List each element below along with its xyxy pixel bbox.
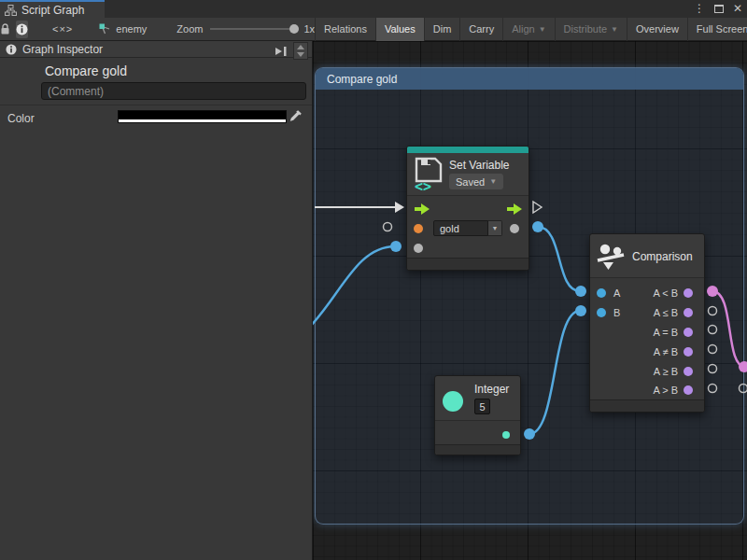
relations-toggle[interactable]: Relations: [315, 18, 375, 41]
distribute-dropdown[interactable]: Distribute ▼: [555, 18, 627, 41]
save-variable-icon: <>: [413, 157, 444, 192]
value-row: [407, 239, 529, 258]
variable-name-port[interactable]: [414, 224, 423, 233]
output-a-neq-b-port[interactable]: [684, 347, 693, 357]
full-screen-button[interactable]: Full Screen: [687, 18, 747, 41]
spin-up-icon[interactable]: [297, 45, 304, 49]
maximize-icon[interactable]: [714, 5, 724, 13]
tab-label: Script Graph: [21, 4, 84, 17]
input-a-port[interactable]: [597, 288, 606, 298]
zoom-value: 1x: [303, 23, 315, 35]
close-icon[interactable]: ✕: [733, 0, 742, 18]
group-header[interactable]: Compare gold: [316, 68, 743, 90]
port-row: A > B: [590, 381, 704, 400]
ports-area: [435, 420, 520, 446]
svg-text:<>: <>: [415, 178, 431, 192]
comment-input[interactable]: [41, 82, 306, 100]
integer-icon: [443, 391, 463, 412]
zoom-control: Zoom 1x: [176, 23, 315, 35]
eyedropper-icon[interactable]: [289, 108, 303, 123]
flow-row: [407, 200, 529, 218]
graph-title-field[interactable]: Compare gold: [45, 63, 127, 78]
value-in-port[interactable]: [414, 244, 423, 253]
flow-out-port[interactable]: [507, 203, 522, 215]
flow-in-port[interactable]: [415, 203, 430, 215]
dim-toggle[interactable]: Dim: [424, 18, 460, 41]
dock-panel-icon[interactable]: [275, 46, 288, 57]
code-view-button[interactable]: <×>: [52, 18, 73, 41]
inspector-spinner[interactable]: [293, 42, 308, 60]
values-toggle[interactable]: Values: [375, 18, 424, 41]
script-graph-window: Script Graph ⋮ ✕ <×>: [0, 0, 747, 560]
port-row: A A < B: [590, 284, 704, 303]
color-label: Color: [7, 112, 35, 125]
graph-reference[interactable]: enemy: [99, 23, 147, 35]
value-out-port[interactable]: [510, 224, 519, 233]
window-controls: ⋮ ✕: [694, 0, 742, 18]
align-dropdown[interactable]: Align ▼: [502, 18, 554, 41]
port-row: A = B: [590, 323, 704, 343]
node-integer[interactable]: Integer 5: [434, 375, 521, 455]
event-accent-strip: [407, 147, 529, 153]
integer-value-field[interactable]: 5: [474, 399, 490, 414]
spin-down-icon[interactable]: [297, 52, 304, 57]
divider: [0, 105, 312, 105]
output-a-gt-b-port[interactable]: [684, 385, 693, 395]
chevron-down-icon: ▼: [539, 25, 546, 34]
group-title: Compare gold: [327, 73, 397, 86]
output-a-eq-b-port[interactable]: [684, 328, 693, 337]
overview-button[interactable]: Overview: [627, 18, 687, 41]
variable-row: gold ▼: [407, 219, 529, 238]
lock-button[interactable]: [0, 18, 10, 41]
zoom-label: Zoom: [176, 23, 203, 35]
port-row: A ≠ B: [590, 342, 704, 361]
graph-inspector-panel: Graph Inspector Compare gold Color: [0, 41, 313, 560]
node-comparison[interactable]: Comparison A A < B B A ≤ B A = B: [589, 233, 705, 413]
variable-scope-dropdown[interactable]: Saved ▼: [449, 174, 503, 189]
info-icon: [16, 23, 28, 35]
window-menu-icon[interactable]: ⋮: [694, 0, 705, 18]
node-title: Integer: [474, 383, 509, 396]
output-a-gte-b-port[interactable]: [684, 367, 693, 376]
lock-icon: [0, 23, 10, 35]
input-b-port[interactable]: [597, 308, 606, 317]
node-title: Comparison: [632, 250, 693, 263]
node-set-variable[interactable]: <> Set Variable Saved ▼: [406, 146, 529, 271]
graph-tab-icon: [5, 5, 17, 16]
chevron-down-icon: ▼: [492, 225, 499, 231]
graph-node-icon: [99, 23, 111, 35]
ports-area: A A < B B A ≤ B A = B A ≠ B: [590, 277, 704, 401]
variable-name-field[interactable]: gold: [433, 220, 488, 236]
node-title: Set Variable: [449, 159, 509, 172]
chevron-down-icon: ▼: [489, 177, 497, 186]
node-footer: [435, 444, 520, 455]
chevron-down-icon: ▼: [611, 25, 618, 34]
node-footer: [590, 399, 704, 412]
output-a-lt-b-port[interactable]: [684, 288, 693, 298]
graph-toolbar: <×> enemy Zoom 1x Relations Values Dim C…: [0, 18, 747, 41]
titlebar: Script Graph ⋮ ✕: [0, 0, 747, 18]
alpha-strip: [119, 119, 286, 122]
graph-reference-label: enemy: [116, 23, 147, 35]
graph-inspector-header: Graph Inspector: [0, 41, 312, 58]
color-swatch[interactable]: [118, 110, 287, 123]
node-footer: [407, 258, 529, 270]
comparison-icon: [597, 244, 625, 272]
graph-inspector-title: Graph Inspector: [22, 43, 103, 56]
port-row: A ≥ B: [590, 361, 704, 381]
output-a-lte-b-port[interactable]: [684, 308, 693, 317]
ports-area: gold ▼: [407, 195, 529, 259]
graph-canvas[interactable]: Compare gold <> Set Variable Saved ▼: [313, 41, 747, 560]
info-icon: [6, 44, 17, 55]
inspect-button[interactable]: [16, 21, 28, 38]
inspector-header-controls: [275, 42, 308, 60]
variable-picker-dropdown[interactable]: ▼: [488, 220, 502, 236]
zoom-slider-knob[interactable]: [289, 24, 299, 34]
toolbar-toggles: Relations Values Dim Carry Align ▼ Distr…: [315, 18, 747, 41]
integer-out-port[interactable]: [502, 431, 510, 439]
zoom-slider[interactable]: [210, 28, 296, 30]
carry-toggle[interactable]: Carry: [459, 18, 502, 41]
port-row: B A ≤ B: [590, 303, 704, 323]
tab-script-graph[interactable]: Script Graph: [0, 0, 105, 18]
